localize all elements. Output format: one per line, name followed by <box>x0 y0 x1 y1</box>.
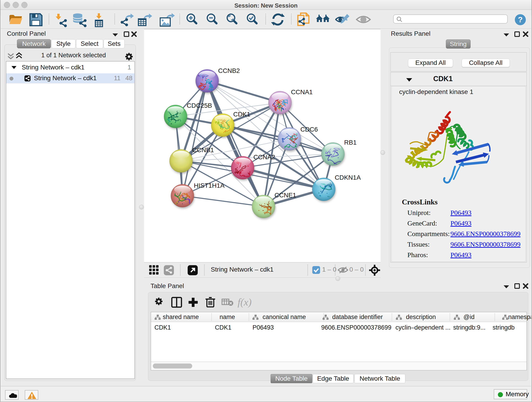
svg-text:CCNB1: CCNB1 <box>192 147 214 153</box>
svg-text:HIST1H1A: HIST1H1A <box>194 182 225 189</box>
svg-text:CDK1: CDK1 <box>233 111 250 118</box>
svg-text:CCNE1: CCNE1 <box>274 191 296 199</box>
svg-text:?: ? <box>518 15 523 24</box>
svg-text:CCNA2: CCNA2 <box>253 153 275 161</box>
svg-text:CDC6: CDC6 <box>300 126 318 133</box>
svg-text:CCNB2: CCNB2 <box>218 67 240 74</box>
svg-text:CDC25B: CDC25B <box>187 102 212 109</box>
svg-text:CDKN1A: CDKN1A <box>335 174 361 181</box>
svg-text:RB1: RB1 <box>344 139 356 146</box>
svg-text:CCNA1: CCNA1 <box>291 89 313 96</box>
